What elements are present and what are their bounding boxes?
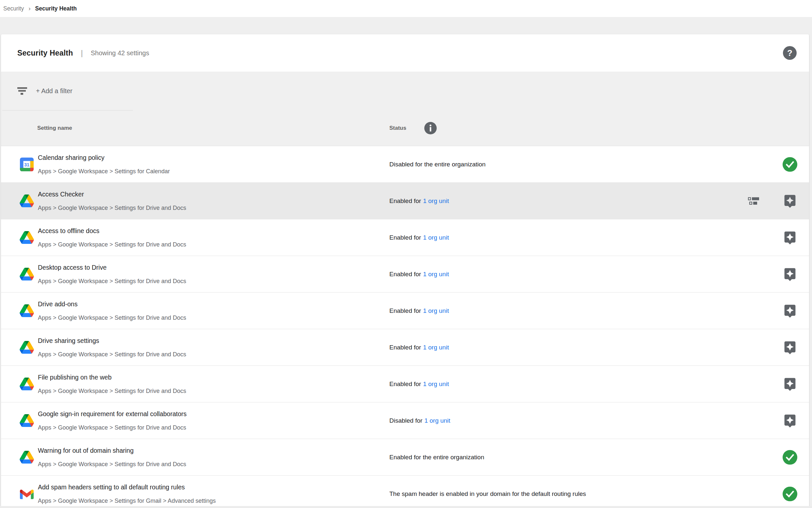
app-icon <box>19 268 34 281</box>
drive-icon <box>19 414 34 427</box>
table-header: Setting name Status <box>1 111 809 146</box>
setting-name: File publishing on the web <box>38 373 186 381</box>
setting-status: Enabled for the entire organization <box>389 454 484 461</box>
setting-status: Enabled for1 org unit <box>389 344 449 351</box>
org-unit-link[interactable]: 1 org unit <box>423 234 449 241</box>
bottom-edge <box>0 506 812 508</box>
card-header: Security Health | Showing 42 settings ? <box>1 34 809 72</box>
table-row[interactable]: Warning for out of domain sharing Apps >… <box>1 439 809 476</box>
column-status: Status <box>389 125 406 131</box>
setting-text: Access Checker Apps > Google Workspace >… <box>38 190 186 212</box>
setting-text: Desktop access to Drive Apps > Google Wo… <box>38 263 186 285</box>
breadcrumb-security[interactable]: Security <box>3 5 24 12</box>
app-icon <box>19 231 34 244</box>
table-row[interactable]: Access Checker Apps > Google Workspace >… <box>1 183 809 219</box>
status-ok-icon <box>782 450 797 465</box>
filter-icon[interactable] <box>17 87 27 95</box>
filter-and-header-section: + Add a filter Setting name Status <box>1 72 809 146</box>
app-icon <box>19 489 34 499</box>
setting-path: Apps > Google Workspace > Settings for D… <box>38 204 186 212</box>
security-health-card: Security Health | Showing 42 settings ? <box>1 34 809 508</box>
drive-icon <box>19 341 34 354</box>
app-icon: 31 <box>19 158 34 171</box>
status-text: Enabled for the entire organization <box>389 454 484 461</box>
status-indicator <box>782 303 797 318</box>
setting-text: Drive add-ons Apps > Google Workspace > … <box>38 300 186 322</box>
setting-text: Add spam headers setting to all default … <box>38 483 216 505</box>
org-unit-link[interactable]: 1 org unit <box>423 198 449 204</box>
recommendation-badge-icon[interactable] <box>782 377 797 391</box>
setting-name: Drive add-ons <box>38 300 186 308</box>
setting-name: Desktop access to Drive <box>38 263 186 272</box>
status-ok-icon <box>782 486 797 501</box>
setting-status: Disabled for the entire organization <box>389 161 486 168</box>
svg-text:31: 31 <box>24 162 30 167</box>
recommendation-badge-icon[interactable] <box>782 413 797 428</box>
table-row[interactable]: Access to offline docs Apps > Google Wor… <box>1 219 809 256</box>
setting-name: Access Checker <box>38 190 186 199</box>
setting-name: Google sign-in requirement for external … <box>38 410 187 418</box>
table-row[interactable]: Drive add-ons Apps > Google Workspace > … <box>1 293 809 329</box>
svg-text:?: ? <box>787 48 793 58</box>
filter-bar[interactable]: + Add a filter <box>1 72 809 111</box>
table-row[interactable]: Drive sharing settings Apps > Google Wor… <box>1 329 809 366</box>
setting-name: Add spam headers setting to all default … <box>38 483 216 491</box>
setting-text: Access to offline docs Apps > Google Wor… <box>38 226 186 249</box>
org-unit-link[interactable]: 1 org unit <box>423 271 449 278</box>
app-icon <box>19 378 34 390</box>
recommendation-badge-icon[interactable] <box>782 267 797 282</box>
org-unit-link[interactable]: 1 org unit <box>423 307 449 314</box>
title-divider: | <box>81 48 83 57</box>
status-ok-icon <box>782 157 797 172</box>
status-indicator <box>782 486 797 501</box>
setting-status: Enabled for1 org unit <box>389 381 449 388</box>
setting-status: Enabled for1 org unit <box>389 198 449 205</box>
setting-status: Enabled for1 org unit <box>389 234 449 241</box>
org-unit-link[interactable]: 1 org unit <box>423 344 449 351</box>
recommendation-badge-icon[interactable] <box>782 303 797 318</box>
setting-path: Apps > Google Workspace > Settings for G… <box>38 497 216 505</box>
status-indicator <box>782 450 797 465</box>
breadcrumb-chevron-icon: › <box>29 5 30 12</box>
org-unit-link[interactable]: 1 org unit <box>423 381 449 387</box>
setting-path: Apps > Google Workspace > Settings for D… <box>38 350 186 358</box>
status-text: Enabled for <box>389 381 421 387</box>
table-row[interactable]: Add spam headers setting to all default … <box>1 476 809 508</box>
app-icon <box>19 341 34 354</box>
setting-path: Apps > Google Workspace > Settings for D… <box>38 277 186 285</box>
breadcrumb-security-health: Security Health <box>35 5 77 12</box>
gmail-icon <box>20 489 34 499</box>
add-filter-button[interactable]: + Add a filter <box>36 87 73 95</box>
setting-status: Disabled for1 org unit <box>389 417 450 424</box>
setting-text: File publishing on the web Apps > Google… <box>38 373 186 395</box>
setting-path: Apps > Google Workspace > Settings for C… <box>38 167 170 175</box>
status-indicator <box>782 340 797 355</box>
status-indicator <box>782 377 797 391</box>
status-indicator <box>782 230 797 245</box>
setting-text: Warning for out of domain sharing Apps >… <box>38 446 186 468</box>
recommendation-badge-icon[interactable] <box>782 194 797 208</box>
setting-name: Calendar sharing policy <box>38 153 170 162</box>
status-text: Enabled for <box>389 271 421 278</box>
page-background: Security Health | Showing 42 settings ? <box>0 17 812 508</box>
setting-status: The spam header is enabled in your domai… <box>389 490 586 498</box>
status-text: The spam header is enabled in your domai… <box>389 490 586 497</box>
table-row[interactable]: 31 Calendar sharing policy Apps > Google… <box>1 146 809 183</box>
org-unit-link[interactable]: 1 org unit <box>424 417 450 424</box>
recommendation-badge-icon[interactable] <box>782 230 797 245</box>
setting-name: Warning for out of domain sharing <box>38 446 186 455</box>
status-info-icon[interactable] <box>424 122 437 134</box>
recommendation-badge-icon[interactable] <box>782 340 797 355</box>
table-row[interactable]: Desktop access to Drive Apps > Google Wo… <box>1 256 809 293</box>
setting-text: Drive sharing settings Apps > Google Wor… <box>38 336 186 358</box>
drive-icon <box>19 268 34 281</box>
status-text: Enabled for <box>389 307 421 314</box>
table-row[interactable]: File publishing on the web Apps > Google… <box>1 366 809 403</box>
status-indicator <box>782 267 797 282</box>
drive-icon <box>19 195 34 207</box>
setting-name: Access to offline docs <box>38 226 186 235</box>
help-icon[interactable]: ? <box>783 46 797 60</box>
setting-status: Enabled for1 org unit <box>389 307 449 314</box>
table-row[interactable]: Google sign-in requirement for external … <box>1 403 809 439</box>
setting-status: Enabled for1 org unit <box>389 271 449 278</box>
